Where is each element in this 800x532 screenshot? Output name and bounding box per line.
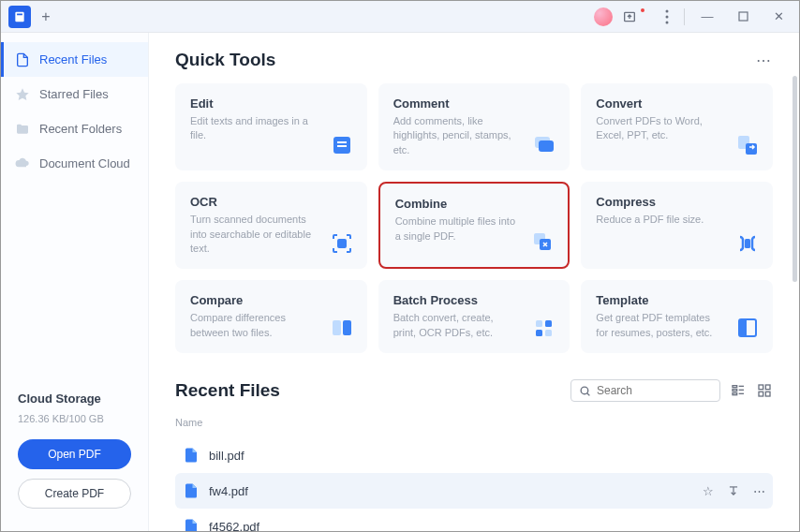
- tools-grid: Edit Edit texts and images in a file. Co…: [175, 83, 773, 353]
- tool-title: Convert: [596, 96, 758, 111]
- tool-desc: Batch convert, create, print, OCR PDFs, …: [393, 311, 515, 340]
- svg-rect-19: [333, 320, 341, 335]
- svg-rect-26: [739, 319, 747, 336]
- svg-rect-21: [536, 320, 542, 327]
- tool-batch-process[interactable]: Batch Process Batch convert, create, pri…: [378, 280, 570, 353]
- tool-desc: Edit texts and images in a file.: [190, 114, 312, 143]
- tool-combine[interactable]: Combine Combine multiple files into a si…: [378, 182, 570, 269]
- user-avatar[interactable]: [594, 7, 613, 26]
- tool-desc: Turn scanned documents into searchable o…: [190, 213, 312, 256]
- batch-icon: [532, 316, 556, 340]
- tool-title: Batch Process: [393, 293, 556, 307]
- sidebar-item-recent-files[interactable]: Recent Files: [1, 42, 148, 77]
- svg-rect-14: [746, 143, 757, 155]
- search-icon: [579, 385, 591, 397]
- svg-rect-37: [759, 392, 763, 397]
- sidebar: Recent Files Starred Files Recent Folder…: [1, 33, 149, 531]
- svg-rect-31: [733, 393, 737, 395]
- tool-desc: Compare differences between two files.: [190, 311, 312, 340]
- more-icon[interactable]: ⋯: [756, 52, 773, 69]
- pin-action-icon[interactable]: [727, 484, 740, 498]
- search-box[interactable]: [570, 379, 720, 402]
- svg-line-28: [587, 393, 590, 396]
- file-icon: [14, 52, 30, 67]
- pdf-file-icon: [183, 447, 200, 464]
- tool-compare[interactable]: Compare Compare differences between two …: [175, 280, 367, 353]
- scrollbar[interactable]: [793, 76, 797, 282]
- new-tab-button[interactable]: +: [35, 6, 57, 28]
- edit-icon: [330, 133, 354, 157]
- tool-desc: Get great PDF templates for resumes, pos…: [596, 311, 718, 340]
- compress-icon: [735, 231, 760, 256]
- svg-rect-6: [739, 12, 748, 21]
- name-column-header: Name: [175, 411, 773, 437]
- tool-title: Compress: [596, 195, 758, 209]
- svg-rect-38: [765, 392, 770, 397]
- file-row[interactable]: fw4.pdf ☆ ⋯: [175, 473, 773, 509]
- tool-edit[interactable]: Edit Edit texts and images in a file.: [175, 83, 367, 170]
- svg-marker-7: [16, 88, 28, 100]
- svg-rect-0: [15, 11, 23, 22]
- tab-bar: + — ✕: [1, 1, 799, 33]
- tool-title: Comment: [393, 96, 556, 111]
- combine-icon: [530, 229, 555, 254]
- tool-desc: Convert PDFs to Word, Excel, PPT, etc.: [596, 114, 718, 143]
- convert-icon: [735, 133, 760, 157]
- compare-icon: [330, 316, 354, 340]
- file-row[interactable]: f4562.pdf: [175, 509, 773, 531]
- open-pdf-button[interactable]: Open PDF: [18, 439, 131, 469]
- svg-rect-9: [337, 141, 347, 143]
- more-action-icon[interactable]: ⋯: [753, 484, 765, 498]
- maximize-button[interactable]: [730, 4, 756, 30]
- svg-rect-15: [338, 240, 346, 247]
- folder-icon: [14, 121, 30, 137]
- svg-rect-24: [545, 330, 552, 336]
- tool-title: Compare: [190, 293, 352, 307]
- tool-title: Edit: [190, 96, 352, 111]
- tool-comment[interactable]: Comment Add comments, like highlights, p…: [378, 83, 570, 170]
- svg-rect-29: [733, 386, 737, 388]
- tool-compress[interactable]: Compress Reduce a PDF file size.: [581, 182, 773, 269]
- tool-title: Template: [596, 293, 758, 307]
- create-pdf-button[interactable]: Create PDF: [18, 479, 131, 509]
- svg-rect-35: [759, 385, 763, 390]
- sidebar-item-starred-files[interactable]: Starred Files: [1, 77, 148, 111]
- app-logo-icon: [8, 6, 31, 28]
- close-button[interactable]: ✕: [765, 4, 792, 30]
- notification-dot: [641, 8, 644, 12]
- svg-rect-18: [745, 239, 750, 248]
- svg-rect-1: [17, 13, 22, 15]
- tool-desc: Add comments, like highlights, pencil, s…: [393, 114, 515, 157]
- file-name: bill.pdf: [209, 449, 244, 463]
- tool-ocr[interactable]: OCR Turn scanned documents into searchab…: [175, 182, 367, 269]
- tool-template[interactable]: Template Get great PDF templates for res…: [581, 280, 773, 353]
- svg-point-4: [666, 15, 669, 18]
- sidebar-item-recent-folders[interactable]: Recent Folders: [1, 111, 148, 146]
- tool-title: Combine: [395, 197, 554, 211]
- list-view-icon[interactable]: [730, 382, 747, 399]
- svg-rect-10: [337, 145, 347, 147]
- tool-desc: Reduce a PDF file size.: [596, 213, 718, 227]
- svg-rect-22: [545, 320, 552, 327]
- svg-rect-20: [343, 320, 351, 335]
- search-input[interactable]: [597, 384, 737, 397]
- share-icon[interactable]: [622, 9, 637, 24]
- svg-rect-30: [733, 390, 737, 392]
- svg-point-3: [666, 9, 669, 12]
- minimize-button[interactable]: —: [694, 4, 720, 30]
- svg-rect-12: [539, 140, 554, 152]
- template-icon: [735, 316, 760, 340]
- svg-point-27: [581, 387, 588, 394]
- tool-convert[interactable]: Convert Convert PDFs to Word, Excel, PPT…: [581, 83, 773, 170]
- grid-view-icon[interactable]: [756, 382, 773, 399]
- cloud-storage-value: 126.36 KB/100 GB: [18, 413, 131, 424]
- file-name: f4562.pdf: [209, 520, 259, 531]
- star-action-icon[interactable]: ☆: [703, 484, 714, 498]
- sidebar-label: Recent Files: [39, 52, 107, 66]
- sidebar-item-document-cloud[interactable]: Document Cloud: [1, 146, 148, 181]
- tool-title: OCR: [190, 195, 352, 209]
- file-row[interactable]: bill.pdf: [175, 437, 773, 473]
- cloud-storage-title: Cloud Storage: [18, 392, 131, 406]
- kebab-menu[interactable]: [659, 9, 674, 24]
- quick-tools-title: Quick Tools: [175, 50, 275, 70]
